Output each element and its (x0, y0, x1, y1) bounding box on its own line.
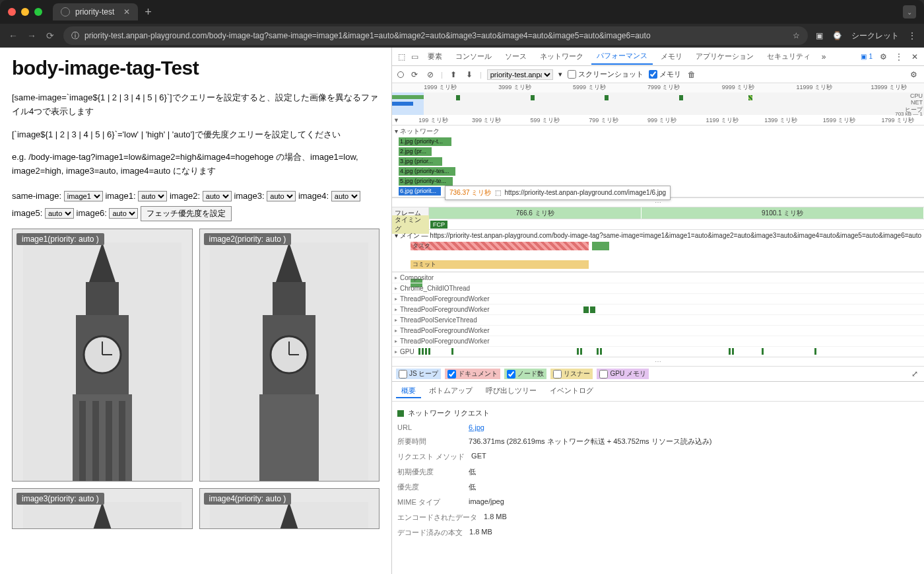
site-info-icon[interactable]: ⓘ (71, 30, 79, 42)
net-bar[interactable]: 3.jpg (prior... (399, 157, 442, 166)
tab-elements[interactable]: 要素 (422, 49, 447, 64)
browser-tab[interactable]: priority-test ✕ (53, 3, 138, 20)
main-thread-header[interactable]: ▾ メイン — https://priority-test.anpan-play… (392, 230, 924, 242)
url-bar[interactable]: ⓘ priority-test.anpan-playground.com/bod… (63, 26, 808, 45)
close-devtools-icon[interactable]: ✕ (909, 52, 920, 61)
more-tabs-icon[interactable]: » (818, 52, 829, 61)
bigben-image (23, 242, 182, 482)
ov-tick: 11999 ミリ秒 (797, 83, 833, 92)
image-card-1: image1(priority: auto ) (12, 229, 193, 482)
tab-sources[interactable]: ソース (500, 49, 532, 64)
thread-row[interactable]: Chrome_ChildIOThread (392, 283, 924, 293)
thread-row[interactable]: ThreadPoolForegroundWorker (392, 304, 924, 314)
device-toggle-icon[interactable]: ▭ (409, 52, 420, 61)
clear-icon[interactable]: ⊘ (425, 70, 436, 79)
image1-select[interactable]: auto (138, 191, 167, 201)
thread-row[interactable]: GPU (392, 346, 924, 357)
filter-documents[interactable]: ドキュメント (445, 369, 500, 379)
window-close-icon[interactable] (8, 8, 16, 16)
tab-performance[interactable]: パフォーマンス (591, 48, 653, 65)
close-tab-icon[interactable]: ✕ (123, 7, 130, 17)
thread-row[interactable]: ThreadPoolForegroundWorker (392, 336, 924, 346)
summary-tab-eventlog[interactable]: イベントログ (544, 384, 599, 398)
url-text: priority-test.anpan-playground.com/body-… (84, 31, 651, 40)
forward-button[interactable]: → (26, 30, 37, 41)
bigben-image (210, 242, 368, 482)
screenshot-checkbox[interactable]: スクリーンショット (568, 69, 644, 79)
net-bar[interactable]: 5.jpg (priority-te... (399, 177, 453, 186)
thread-row[interactable]: ThreadPoolForegroundWorker (392, 293, 924, 304)
tab-network[interactable]: ネットワーク (535, 49, 589, 64)
settings-gear-icon[interactable]: ⚙ (908, 70, 919, 79)
image1-label: image1: (105, 191, 135, 201)
bigben-image (210, 502, 368, 529)
image5-select[interactable]: auto (45, 208, 74, 219)
image4-select[interactable]: auto (331, 191, 360, 201)
timeline-overview[interactable]: 1999 ミリ秒 3999 ミリ秒 5999 ミリ秒 7999 ミリ秒 9999… (392, 83, 924, 115)
net-bar[interactable]: 4.jpg (priority-tes... (399, 167, 455, 176)
window-minimize-icon[interactable] (21, 8, 29, 16)
tab-console[interactable]: コンソール (450, 49, 497, 64)
image6-select[interactable]: auto (109, 208, 138, 219)
submit-button[interactable]: フェッチ優先度を設定 (141, 206, 232, 221)
image3-select[interactable]: auto (267, 191, 296, 201)
image2-select[interactable]: auto (203, 191, 232, 201)
same-image-select[interactable]: image1 (64, 191, 103, 201)
summary-tab-bottomup[interactable]: ボトムアップ (424, 384, 478, 398)
ov-tick: 7999 ミリ秒 (647, 83, 680, 92)
filter-gpu-memory[interactable]: GPU メモリ (597, 369, 648, 379)
cpu-label: CPU (910, 92, 923, 99)
frame-segment[interactable]: 766.6 ミリ秒 (429, 207, 642, 219)
kebab-icon[interactable]: ⋮ (894, 52, 904, 61)
svg-rect-10 (106, 401, 112, 482)
thread-row[interactable]: ThreadPoolServiceThread (392, 314, 924, 325)
image6-label: image6: (77, 208, 107, 218)
filter-js-heap[interactable]: JS ヒープ (396, 369, 441, 379)
thread-row[interactable]: Compositor (392, 272, 924, 283)
task-bar[interactable]: タスク (411, 242, 589, 250)
reload-record-icon[interactable]: ⟳ (409, 70, 420, 79)
same-image-label: same-image: (12, 191, 61, 201)
issues-badge[interactable]: ▣ 1 (861, 53, 873, 60)
back-button[interactable]: ← (8, 30, 18, 41)
commit-bar[interactable]: コミット (411, 260, 589, 269)
url-link[interactable]: 6.jpg (469, 423, 484, 431)
download-icon[interactable]: ⬇ (464, 70, 475, 79)
summary-tab-calltree[interactable]: 呼び出しツリー (480, 384, 542, 398)
tab-memory[interactable]: メモリ (655, 49, 688, 64)
memory-checkbox[interactable]: メモリ (649, 69, 681, 79)
trash-icon[interactable]: 🗑 (686, 70, 697, 79)
reload-button[interactable]: ⟳ (45, 30, 55, 41)
fcp-badge[interactable]: FCP (430, 221, 447, 229)
chevron-down-icon[interactable]: ⌄ (903, 5, 916, 18)
net-bar-selected[interactable]: 6.jpg (priorit... (399, 187, 441, 196)
window-maximize-icon[interactable] (34, 8, 42, 16)
tab-security[interactable]: セキュリティ (762, 49, 816, 64)
side-panel-icon[interactable]: ▣ (816, 31, 823, 40)
net-bar[interactable]: 2.jpg (pr... (399, 147, 432, 156)
expand-icon[interactable]: ⤢ (909, 369, 920, 378)
new-tab-button[interactable]: + (145, 5, 152, 19)
net-bar[interactable]: 1.jpg (priority-t... (399, 137, 451, 146)
detail-ruler[interactable]: ▼ 199 ミリ秒 399 ミリ秒 599 ミリ秒 799 ミリ秒 999 ミリ… (392, 115, 924, 126)
filter-listeners[interactable]: リスナー (550, 369, 593, 379)
summary-tab-summary[interactable]: 概要 (396, 384, 421, 398)
inspect-icon[interactable]: ⬚ (396, 52, 407, 61)
record-button[interactable] (397, 71, 404, 78)
frame-segment[interactable]: 9100.1 ミリ秒 (642, 207, 924, 219)
image-label-2: image2(priority: auto ) (204, 233, 292, 245)
square-icon (397, 410, 404, 417)
domain-select[interactable]: priority-test.anpan-pla... (487, 69, 553, 80)
tab-application[interactable]: アプリケーション (690, 49, 759, 64)
ov-tick: 3999 ミリ秒 (498, 83, 531, 92)
image5-label: image5: (12, 208, 42, 218)
controls-row: same-image: image1 image1: auto image2: … (12, 188, 380, 222)
gear-icon[interactable]: ⚙ (878, 52, 888, 61)
ov-tick: 1999 ミリ秒 (424, 83, 457, 92)
filter-nodes[interactable]: ノード数 (504, 369, 546, 379)
upload-icon[interactable]: ⬆ (448, 70, 459, 79)
kebab-menu-icon[interactable]: ⋮ (908, 31, 916, 40)
star-icon[interactable]: ☆ (793, 31, 800, 40)
network-section-header[interactable]: ▾ ネットワーク (392, 126, 924, 137)
thread-row[interactable]: ThreadPoolForegroundWorker (392, 325, 924, 336)
